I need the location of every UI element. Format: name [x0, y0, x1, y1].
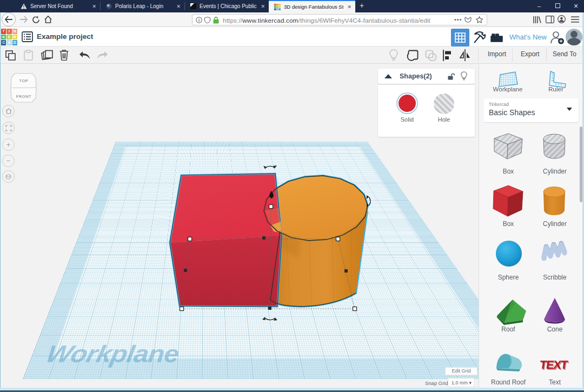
svg-text:TOP: TOP [19, 78, 29, 83]
svg-text:Roof: Roof [501, 325, 515, 333]
svg-text:Cone: Cone [547, 325, 563, 333]
svg-text:Box: Box [503, 220, 514, 228]
svg-text:TEXT: TEXT [540, 359, 570, 373]
svg-text:Round Roof: Round Roof [491, 378, 526, 386]
svg-text:Cylinder: Cylinder [543, 168, 567, 175]
svg-text:Text: Text [549, 378, 561, 386]
svg-text:Cylinder: Cylinder [543, 220, 567, 228]
svg-text:Sphere: Sphere [498, 274, 519, 281]
svg-text:Box: Box [503, 168, 514, 175]
svg-text:Scribble: Scribble [543, 274, 567, 281]
svg-text:FRONT: FRONT [16, 94, 31, 99]
